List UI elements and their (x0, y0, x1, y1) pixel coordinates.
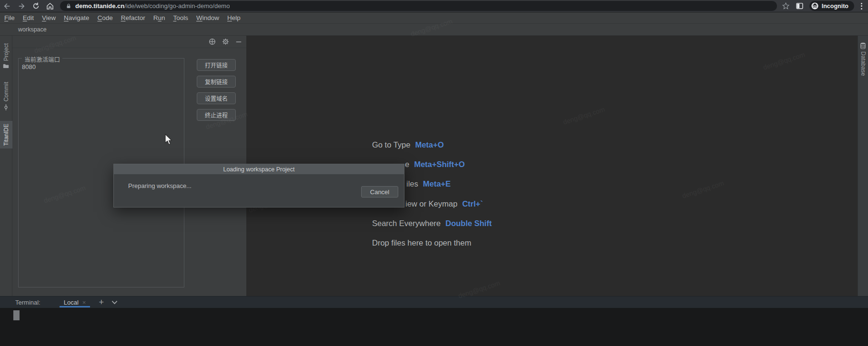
menu-view[interactable]: View (42, 14, 56, 21)
sidebar-item-titanide[interactable]: TitanIDE (0, 121, 12, 148)
hint-drop-files: Drop files here to open them (372, 238, 471, 247)
project-label: Project (3, 43, 10, 61)
menu-refactor[interactable]: Refactor (121, 14, 145, 21)
hint-go-to-file: eMeta+Shift+O (405, 160, 465, 169)
terminal-content[interactable] (0, 308, 868, 346)
gear-icon[interactable] (222, 38, 229, 45)
menu-window[interactable]: Window (196, 14, 219, 21)
sidebar-item-commit[interactable]: Commit (0, 79, 12, 113)
folder-icon (3, 63, 9, 69)
titanide-label: TitanIDE (3, 124, 10, 146)
kill-process-button[interactable]: 终止进程 (197, 109, 236, 121)
menu-code[interactable]: Code (97, 14, 112, 21)
browser-actions: Incognito (782, 1, 868, 11)
terminal-tab-bar: Terminal: Local × + (0, 296, 868, 308)
refresh-icon (32, 2, 40, 10)
copy-link-button[interactable]: 复制链接 (197, 76, 236, 88)
cancel-button[interactable]: Cancel (361, 186, 398, 198)
hide-panel-minus-icon[interactable] (235, 39, 242, 45)
hint-go-to-type: Go to TypeMeta+O (372, 140, 444, 149)
menu-file[interactable]: File (4, 14, 15, 21)
dialog-title: Loading workspace Project (114, 164, 404, 174)
back-icon (3, 2, 11, 10)
terminal-label: Terminal: (15, 299, 40, 306)
database-label: Database (860, 51, 867, 76)
dialog-message: Preparing workspace... (128, 182, 192, 189)
commit-label: Commit (3, 82, 10, 101)
set-domain-button[interactable]: 设置域名 (197, 92, 236, 104)
refresh-button[interactable] (29, 0, 43, 12)
url-path: /ide/web/coding/go-admin-demo/demo (124, 2, 230, 10)
incognito-label: Incognito (822, 3, 848, 10)
hint-view-or-keymap: iew or KeymapCtrl+` (405, 199, 483, 208)
close-tab-icon[interactable]: × (82, 299, 86, 306)
commit-icon (3, 104, 9, 110)
sidebar-item-database[interactable]: Database (857, 40, 868, 79)
side-panel-icon[interactable] (796, 2, 804, 10)
incognito-badge: Incognito (809, 1, 854, 11)
menu-run[interactable]: Run (153, 14, 165, 21)
port-actions: 打开链接 复制链接 设置域名 终止进程 (197, 59, 236, 121)
active-port-label: 当前激活端口 (22, 55, 62, 64)
right-tool-stripe: Database (858, 36, 868, 296)
new-terminal-button[interactable]: + (99, 298, 104, 306)
sidebar-item-project[interactable]: Project (0, 40, 12, 71)
menu-edit[interactable]: Edit (23, 14, 34, 21)
navigation-bar: workspace (0, 24, 868, 36)
chevron-down-icon[interactable] (111, 300, 118, 305)
terminal-cursor (13, 310, 20, 320)
back-button[interactable] (0, 0, 14, 12)
home-button[interactable] (43, 0, 57, 12)
forward-icon (17, 2, 26, 10)
lock-icon (66, 3, 71, 10)
browser-toolbar: demo.titanide.cn /ide/web/coding/go-admi… (0, 0, 868, 12)
open-link-button[interactable]: 打开链接 (197, 59, 236, 71)
address-bar[interactable]: demo.titanide.cn /ide/web/coding/go-admi… (60, 1, 777, 11)
incognito-icon (811, 2, 819, 10)
active-port-value: 8080 (22, 63, 36, 70)
hint-recent-files: ilesMeta+E (406, 179, 451, 188)
browser-menu-button[interactable] (860, 2, 863, 10)
port-panel-header (12, 36, 246, 48)
left-tool-stripe: Project Commit TitanIDE (0, 36, 12, 296)
globe-icon[interactable] (209, 38, 216, 45)
menu-help[interactable]: Help (227, 14, 241, 21)
database-icon (860, 42, 866, 49)
url-host: demo.titanide.cn (75, 2, 124, 10)
hint-search-everywhere: Search EverywhereDouble Shift (372, 219, 492, 228)
terminal-tab-local[interactable]: Local × (60, 297, 91, 308)
ide-menu-bar: File Edit View Navigate Code Refactor Ru… (0, 12, 868, 24)
app-root: demo.titanide.cn /ide/web/coding/go-admi… (0, 0, 868, 346)
menu-navigate[interactable]: Navigate (64, 14, 89, 21)
menu-tools[interactable]: Tools (173, 14, 188, 21)
home-icon (46, 2, 54, 10)
loading-dialog: Loading workspace Project Preparing work… (113, 164, 404, 208)
forward-button[interactable] (14, 0, 29, 12)
mouse-cursor (164, 134, 173, 146)
bookmark-star-icon[interactable] (782, 2, 790, 10)
breadcrumb[interactable]: workspace (18, 26, 47, 33)
